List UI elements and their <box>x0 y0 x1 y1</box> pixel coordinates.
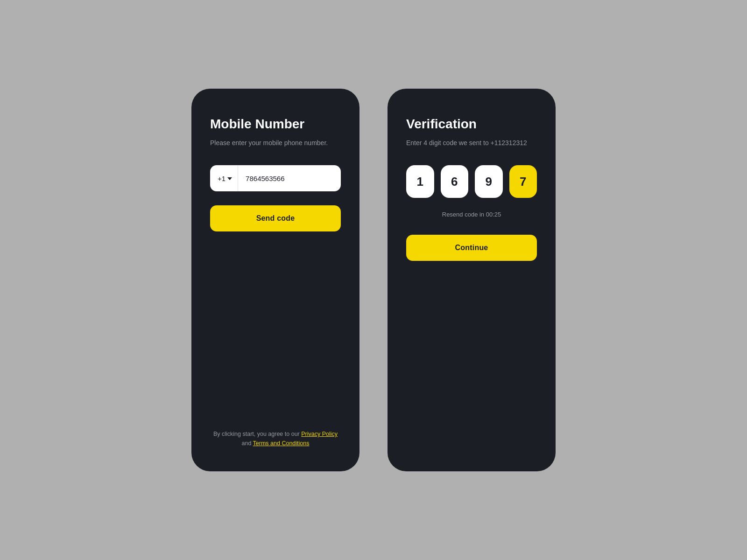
verification-card: Verification Enter 4 digit code we sent … <box>388 89 556 471</box>
otp-digit-3[interactable]: 9 <box>475 165 503 198</box>
otp-digits-row: 1 6 9 7 <box>406 165 537 198</box>
verification-subtitle: Enter 4 digit code we sent to +112312312 <box>406 139 537 147</box>
resend-code-text: Resend code in 00:25 <box>406 211 537 218</box>
mobile-number-subtitle: Please enter your mobile phone number. <box>210 139 341 147</box>
screens-container: Mobile Number Please enter your mobile p… <box>191 89 556 471</box>
country-code-text: +1 <box>218 175 226 182</box>
verification-title: Verification <box>406 117 537 132</box>
phone-number-input[interactable] <box>238 175 341 182</box>
phone-input-row[interactable]: +1 <box>210 165 341 191</box>
terms-conditions-link[interactable]: Terms and Conditions <box>253 440 310 447</box>
otp-digit-2[interactable]: 6 <box>441 165 469 198</box>
footer-prefix: By clicking start, you agree to our <box>213 431 301 437</box>
send-code-button[interactable]: Send code <box>210 205 341 231</box>
footer-text: By clicking start, you agree to our Priv… <box>210 429 341 448</box>
mobile-number-card: Mobile Number Please enter your mobile p… <box>191 89 359 471</box>
privacy-policy-link[interactable]: Privacy Policy <box>301 431 338 437</box>
continue-button[interactable]: Continue <box>406 235 537 261</box>
otp-digit-4[interactable]: 7 <box>509 165 537 198</box>
otp-digit-1[interactable]: 1 <box>406 165 434 198</box>
footer-middle: and <box>241 440 253 447</box>
country-code-selector[interactable]: +1 <box>210 165 238 191</box>
mobile-number-title: Mobile Number <box>210 117 341 132</box>
chevron-down-icon <box>227 177 232 180</box>
footer-container: By clicking start, you agree to our Priv… <box>210 429 341 448</box>
